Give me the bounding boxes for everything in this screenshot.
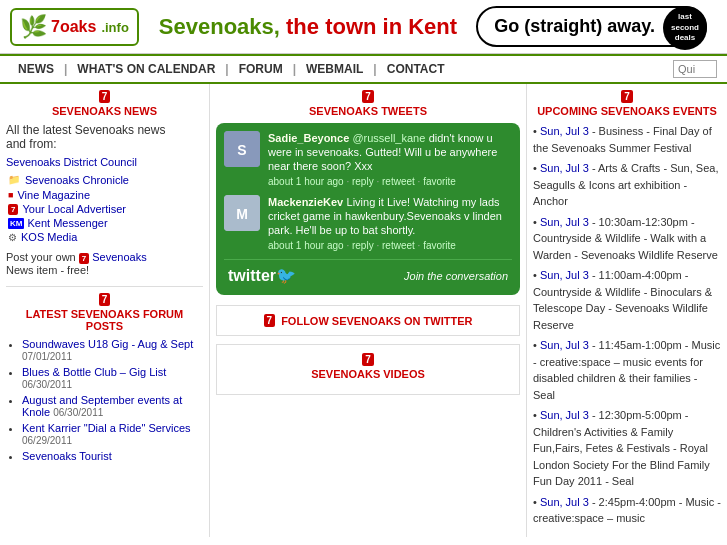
tweet-2-avatar: M bbox=[224, 195, 260, 231]
quick-search-input[interactable] bbox=[673, 60, 717, 78]
forum-post-3: August and September events at Knole 06/… bbox=[22, 394, 203, 418]
site-title-prefix: Sevenoaks, bbox=[159, 14, 286, 39]
forum-post-4-date: 06/29/2011 bbox=[22, 435, 72, 446]
tweet-1: S Sadie_Beyonce @russell_kane didn't kno… bbox=[224, 131, 512, 187]
post-own-suffix: News item - free! bbox=[6, 264, 89, 276]
follow-section[interactable]: 7 FOLLOW SEVENOAKS ON TWITTER bbox=[216, 305, 520, 336]
ad-corner-badge: last second deals bbox=[663, 6, 707, 50]
tweet-footer: twitter🐦 Join the conversation bbox=[224, 259, 512, 287]
post-own: Post your own 7 Sevenoaks News item - fr… bbox=[6, 251, 203, 276]
videos-seven-icon: 7 bbox=[362, 353, 374, 366]
event-4: • Sun, Jul 3 - 11:00am-4:00pm - Countrys… bbox=[533, 267, 721, 333]
tweets-section-header: 7 SEVENOAKS TWEETS bbox=[216, 90, 520, 117]
news-intro-line1: All the latest Sevenoaks news bbox=[6, 123, 165, 137]
middle-column: 7 SEVENOAKS TWEETS S Sadie_Beyonce @russ… bbox=[210, 84, 527, 537]
follow-inner: 7 FOLLOW SEVENOAKS ON TWITTER bbox=[225, 314, 511, 327]
nav-webmail[interactable]: WEBMAIL bbox=[298, 62, 371, 76]
event-6-link[interactable]: Sun, Jul 3 bbox=[540, 409, 589, 421]
nav-whats-on[interactable]: WHAT'S ON CALENDAR bbox=[69, 62, 223, 76]
tweet-1-favorite[interactable]: favorite bbox=[423, 176, 456, 187]
navbar: NEWS | WHAT'S ON CALENDAR | FORUM | WEBM… bbox=[0, 54, 727, 84]
event-5-link[interactable]: Sun, Jul 3 bbox=[540, 339, 589, 351]
site-header: 🌿 7oaks .info Sevenoaks, the town in Ken… bbox=[0, 0, 727, 54]
tweets-section-title: SEVENOAKS TWEETS bbox=[309, 105, 427, 117]
videos-section-title: SEVENOAKS VIDEOS bbox=[311, 368, 425, 380]
vine-link[interactable]: Vine Magazine bbox=[17, 189, 90, 201]
forum-post-1: Soundwaves U18 Gig - Aug & Sept 07/01/20… bbox=[22, 338, 203, 362]
tweet-2-user[interactable]: MackenzieKev bbox=[268, 196, 343, 208]
event-7-link[interactable]: Sun, Jul 3 bbox=[540, 496, 589, 508]
tweet-2-content: MackenzieKev Living it Live! Watching my… bbox=[268, 195, 512, 251]
kos-link[interactable]: KOS Media bbox=[21, 231, 77, 243]
news-source-main[interactable]: Sevenoaks District Council bbox=[6, 155, 203, 169]
events-section-header: 7 UPCOMING SEVENOAKS EVENTS bbox=[533, 90, 721, 117]
forum-post-4-link[interactable]: Kent Karrier "Dial a Ride" Services bbox=[22, 422, 191, 434]
tweet-1-retweet[interactable]: retweet bbox=[382, 176, 415, 187]
ad-banner[interactable]: Go (straight) away. last second deals bbox=[476, 6, 707, 47]
source-vine: ■ Vine Magazine bbox=[8, 189, 203, 201]
svg-text:S: S bbox=[237, 142, 246, 158]
videos-section: 7 SEVENOAKS VIDEOS bbox=[216, 344, 520, 395]
tweet-1-reply[interactable]: reply bbox=[352, 176, 374, 187]
nav-news[interactable]: NEWS bbox=[10, 62, 62, 76]
logo-box: 🌿 7oaks .info bbox=[10, 8, 139, 46]
sevenoaks-district-council-link[interactable]: Sevenoaks District Council bbox=[6, 156, 137, 168]
tweet-1-mention[interactable]: @russell_kane bbox=[352, 132, 425, 144]
tweet-1-avatar: S bbox=[224, 131, 260, 167]
logo-number: 7oaks bbox=[51, 18, 96, 35]
nav-contact[interactable]: CONTACT bbox=[379, 62, 453, 76]
forum-post-2-link[interactable]: Blues & Bottle Club – Gig List bbox=[22, 366, 166, 378]
logo-leaf-icon: 🌿 bbox=[20, 14, 47, 40]
tweet-2-reply[interactable]: reply bbox=[352, 240, 374, 251]
tweet-1-user[interactable]: Sadie_Beyonce bbox=[268, 132, 352, 144]
tweets-seven-icon: 7 bbox=[362, 90, 374, 103]
event-4-link[interactable]: Sun, Jul 3 bbox=[540, 269, 589, 281]
tweet-2-favorite[interactable]: favorite bbox=[423, 240, 456, 251]
forum-post-1-link[interactable]: Soundwaves U18 Gig - Aug & Sept bbox=[22, 338, 193, 350]
forum-list: Soundwaves U18 Gig - Aug & Sept 07/01/20… bbox=[22, 338, 203, 462]
right-column: 7 UPCOMING SEVENOAKS EVENTS • Sun, Jul 3… bbox=[527, 84, 727, 537]
logo-area[interactable]: 🌿 7oaks .info bbox=[10, 8, 139, 46]
event-3-link[interactable]: Sun, Jul 3 bbox=[540, 216, 589, 228]
tweet-1-time: about 1 hour ago bbox=[268, 176, 344, 187]
event-2-link[interactable]: Sun, Jul 3 bbox=[540, 162, 589, 174]
tweet-box: S Sadie_Beyonce @russell_kane didn't kno… bbox=[216, 123, 520, 295]
chronicle-link[interactable]: Sevenoaks Chronicle bbox=[25, 174, 129, 186]
join-conversation-text[interactable]: Join the conversation bbox=[404, 270, 508, 282]
follow-text: FOLLOW SEVENOAKS ON TWITTER bbox=[281, 315, 472, 327]
event-5: • Sun, Jul 3 - 11:45am-1:00pm - Music - … bbox=[533, 337, 721, 403]
forum-post-5-link[interactable]: Sevenoaks Tourist bbox=[22, 450, 112, 462]
news-section-title: SEVENOAKS NEWS bbox=[52, 105, 157, 117]
sep4: | bbox=[371, 62, 378, 76]
km-icon: KM bbox=[8, 218, 24, 229]
nav-forum[interactable]: FORUM bbox=[231, 62, 291, 76]
tweet-1-content: Sadie_Beyonce @russell_kane didn't know … bbox=[268, 131, 512, 187]
post-own-prefix: Post your own bbox=[6, 251, 79, 263]
ad-corner-line3: deals bbox=[675, 33, 695, 43]
logo-info: .info bbox=[101, 20, 128, 35]
tweet-2: M MackenzieKev Living it Live! Watching … bbox=[224, 195, 512, 251]
tweet-2-retweet[interactable]: retweet bbox=[382, 240, 415, 251]
kent-messenger-link[interactable]: Kent Messenger bbox=[27, 217, 107, 229]
news-seven-icon: 7 bbox=[99, 90, 111, 103]
event-1-link[interactable]: Sun, Jul 3 bbox=[540, 125, 589, 137]
post-own-link[interactable]: Sevenoaks bbox=[92, 251, 146, 263]
forum-post-2-date: 06/30/2011 bbox=[22, 379, 72, 390]
forum-post-5: Sevenoaks Tourist bbox=[22, 450, 203, 462]
tweet-1-avatar-img: S bbox=[224, 131, 260, 167]
ad-corner-line2: second bbox=[671, 23, 699, 33]
site-title-highlight: the town in Kent bbox=[286, 14, 457, 39]
forum-section-header: 7 LATEST SEVENOAKS FORUM POSTS bbox=[6, 293, 203, 332]
forum-post-4: Kent Karrier "Dial a Ride" Services 06/2… bbox=[22, 422, 203, 446]
svg-text:M: M bbox=[236, 206, 248, 222]
source-chronicle: Sevenoaks Chronicle bbox=[8, 173, 203, 187]
forum-section: 7 LATEST SEVENOAKS FORUM POSTS Soundwave… bbox=[6, 286, 203, 462]
follow-seven-icon: 7 bbox=[264, 314, 276, 327]
news-intro-line2: and from: bbox=[6, 137, 57, 151]
ad-main-text: Go (straight) away. bbox=[494, 16, 655, 37]
kos-icon: ⚙ bbox=[8, 232, 17, 243]
main-content: 7 SEVENOAKS NEWS All the latest Sevenoak… bbox=[0, 84, 727, 537]
tweet-2-meta: about 1 hour ago · reply · retweet · fav… bbox=[268, 240, 512, 251]
folder-icon bbox=[8, 173, 22, 187]
advertiser-link[interactable]: Your Local Advertiser bbox=[22, 203, 126, 215]
